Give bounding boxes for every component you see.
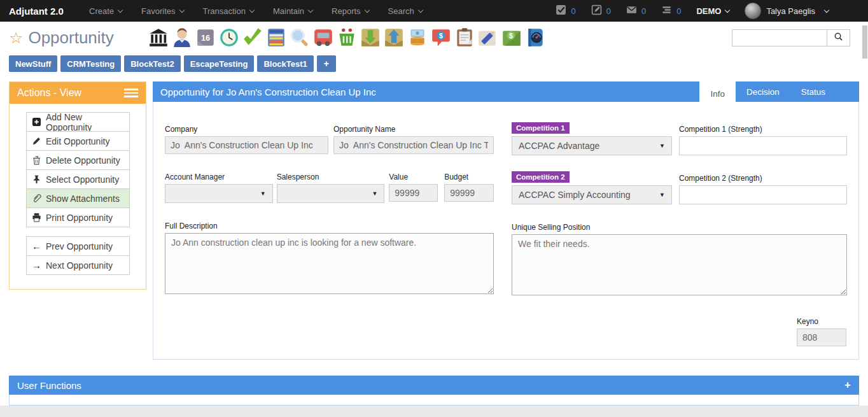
competition2-strength-label: Competition 2 (Strength) bbox=[679, 174, 762, 183]
unique-selling-position-field: Unique Selling Position bbox=[512, 219, 847, 298]
delete-opportunity-button[interactable]: Delete Opportunity bbox=[26, 150, 130, 170]
edit-opportunity-button[interactable]: Edit Opportunity bbox=[26, 131, 130, 151]
search-button[interactable] bbox=[827, 29, 850, 46]
check-square-icon bbox=[556, 4, 566, 17]
menu-search[interactable]: Search bbox=[388, 6, 423, 16]
chevron-down-icon bbox=[824, 7, 829, 12]
value-input[interactable] bbox=[389, 184, 438, 202]
workspace-tab-blocktest2[interactable]: BlockTest2 bbox=[124, 55, 180, 72]
account-manager-select[interactable] bbox=[165, 184, 273, 203]
full-description-textarea[interactable] bbox=[165, 233, 494, 294]
calendar-icon[interactable]: 16 bbox=[195, 27, 216, 48]
tasks-counter[interactable]: 0 bbox=[556, 4, 575, 17]
queue-counter[interactable]: 0 bbox=[661, 4, 681, 17]
clock-icon[interactable] bbox=[218, 27, 240, 48]
cash-icon[interactable]: $ bbox=[501, 27, 522, 48]
competition2-field: Competition 2 ACCPAC Simply Accounting bbox=[512, 170, 672, 204]
panel-title: Opportunity for Jo Ann's Construction Cl… bbox=[160, 87, 376, 97]
show-attachments-button[interactable]: Show Attachments bbox=[26, 188, 130, 208]
workspace-tab-crmtesting[interactable]: CRMTesting bbox=[60, 55, 121, 72]
tab-decision[interactable]: Decision bbox=[736, 81, 790, 102]
competition1-select[interactable]: ACCPAC Advantage bbox=[512, 136, 672, 155]
tab-status[interactable]: Status bbox=[790, 81, 836, 102]
queue-count: 0 bbox=[676, 6, 681, 16]
competition2-strength-field: Competition 2 (Strength) bbox=[679, 170, 847, 204]
workspace-tab-escapetesting[interactable]: EscapeTesting bbox=[184, 55, 255, 72]
competition2-strength-input[interactable] bbox=[679, 185, 847, 204]
menu-transaction[interactable]: Transaction bbox=[203, 6, 254, 16]
menu-maintain[interactable]: Maintain bbox=[273, 6, 312, 16]
select-opportunity-button[interactable]: Select Opportunity bbox=[26, 169, 130, 189]
arrow-left-icon bbox=[32, 241, 41, 251]
magnifier-icon[interactable] bbox=[289, 27, 311, 48]
prev-opportunity-button[interactable]: Prev Opportunity bbox=[26, 236, 130, 256]
opportunity-form: Company Opportunity Name Account Manager bbox=[153, 102, 858, 298]
upload-icon[interactable] bbox=[383, 27, 405, 48]
app-brand[interactable]: Adjutant 2.0 bbox=[0, 6, 89, 17]
spreadsheet-icon[interactable] bbox=[265, 27, 287, 48]
competition2-badge: Competition 2 bbox=[512, 171, 570, 183]
budget-input[interactable] bbox=[444, 184, 494, 202]
company-input[interactable] bbox=[165, 136, 328, 154]
user-functions-body bbox=[9, 395, 859, 406]
workspace-tab-newstuff[interactable]: NewStuff bbox=[9, 55, 57, 72]
basket-icon[interactable] bbox=[336, 27, 358, 48]
unique-selling-position-label: Unique Selling Position bbox=[512, 223, 590, 232]
user-menu[interactable]: Talya Paeglis bbox=[745, 3, 829, 19]
keyno-input[interactable] bbox=[797, 329, 846, 346]
opportunity-name-input[interactable] bbox=[333, 136, 494, 154]
clipboard-icon[interactable] bbox=[454, 27, 475, 48]
add-user-function-button[interactable]: + bbox=[844, 379, 851, 392]
opportunity-name-label: Opportunity Name bbox=[333, 125, 395, 134]
edits-counter[interactable]: 0 bbox=[591, 4, 611, 17]
print-opportunity-button[interactable]: Print Opportunity bbox=[26, 208, 130, 227]
hamburger-menu-icon[interactable] bbox=[124, 88, 138, 97]
full-description-label: Full Description bbox=[165, 222, 218, 230]
envelope-icon bbox=[626, 4, 637, 17]
bank-icon[interactable] bbox=[148, 27, 169, 48]
pencil-note-icon[interactable] bbox=[477, 27, 499, 48]
workspace-tab-blocktest1[interactable]: BlockTest1 bbox=[257, 55, 313, 72]
sidebar-title: Actions - View bbox=[17, 87, 81, 99]
menu-create[interactable]: Create bbox=[89, 6, 122, 16]
competition1-strength-input[interactable] bbox=[679, 136, 847, 155]
add-new-opportunity-button[interactable]: Add New Opportunity bbox=[26, 112, 130, 132]
actions-sidebar: Actions - View Add New Opportunity Edit … bbox=[9, 81, 146, 290]
messages-counter[interactable]: 0 bbox=[626, 4, 646, 17]
salesperson-label: Salesperson bbox=[277, 173, 319, 181]
money-chat-icon[interactable]: $ bbox=[430, 27, 452, 48]
gauge-icon[interactable] bbox=[524, 27, 546, 48]
topbar: Adjutant 2.0 Create Favorites Transactio… bbox=[0, 0, 868, 22]
tab-info[interactable]: Info bbox=[699, 81, 736, 106]
search-input[interactable] bbox=[732, 29, 827, 46]
keyno-field: Keyno bbox=[797, 313, 846, 346]
menu-favorites[interactable]: Favorites bbox=[141, 6, 183, 16]
value-label: Value bbox=[389, 173, 408, 181]
action-group-main: Add New Opportunity Edit Opportunity Del… bbox=[26, 112, 130, 227]
chevron-down-icon bbox=[725, 7, 730, 12]
person-icon[interactable] bbox=[171, 27, 193, 48]
content-area: Actions - View Add New Opportunity Edit … bbox=[0, 78, 868, 360]
action-group-nav: Prev Opportunity Next Opportunity bbox=[26, 236, 130, 275]
favorite-star-icon[interactable] bbox=[9, 29, 28, 47]
hand-money-icon[interactable] bbox=[407, 27, 428, 48]
competition2-select[interactable]: ACCPAC Simply Accounting bbox=[512, 185, 672, 204]
title-wrap: Opportunity bbox=[0, 28, 148, 48]
truck-icon[interactable] bbox=[312, 27, 334, 48]
chevron-down-icon bbox=[249, 7, 255, 12]
scrollbar[interactable] bbox=[862, 25, 867, 59]
menu-reports[interactable]: Reports bbox=[332, 6, 369, 16]
checkmark-icon[interactable] bbox=[242, 27, 263, 48]
next-opportunity-button[interactable]: Next Opportunity bbox=[26, 255, 130, 275]
demo-menu[interactable]: DEMO bbox=[696, 6, 729, 16]
main-menu: Create Favorites Transaction Maintain Re… bbox=[89, 6, 423, 16]
download-icon[interactable] bbox=[360, 27, 381, 48]
chevron-down-icon bbox=[118, 7, 123, 12]
chevron-down-icon bbox=[179, 7, 184, 12]
toolbar-icons: 16 $ $ bbox=[148, 27, 546, 48]
user-functions-header: User Functions + bbox=[9, 376, 859, 395]
salesperson-select[interactable] bbox=[277, 184, 385, 203]
workspace-tab-add-button[interactable]: + bbox=[317, 55, 336, 72]
company-label: Company bbox=[165, 125, 197, 134]
unique-selling-position-textarea[interactable] bbox=[512, 234, 847, 295]
